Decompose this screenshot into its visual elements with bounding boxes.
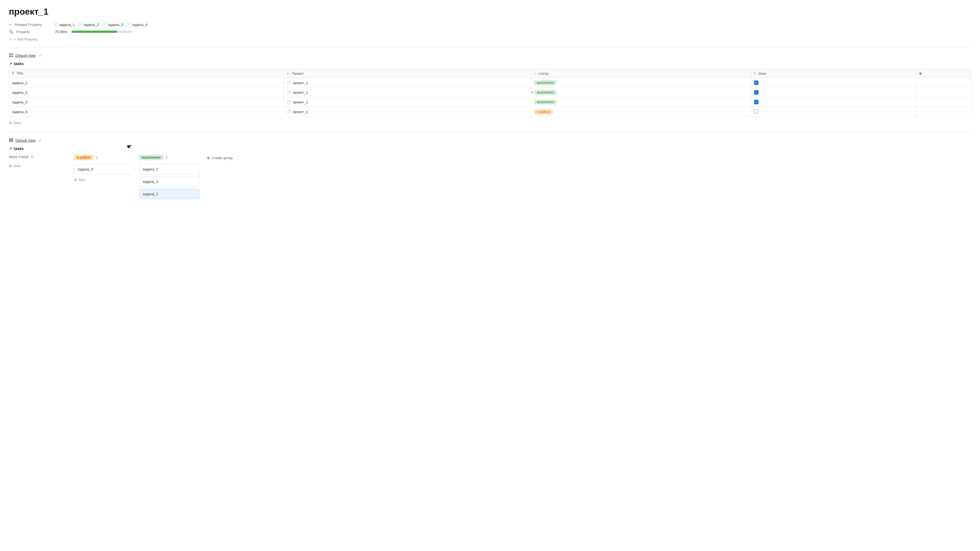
task-done-cell[interactable]	[751, 107, 916, 117]
add-property-button[interactable]: ＋ + Add Property	[9, 37, 971, 42]
task-done-cell[interactable]: ✓	[751, 97, 916, 107]
create-group-icon: ⊕	[207, 156, 210, 160]
svg-rect-5	[11, 138, 11, 142]
status-badge-done: выполнено	[534, 90, 557, 95]
related-item-label-2: задача_2	[83, 22, 99, 27]
project-name: проект_1	[293, 91, 308, 95]
table-row: задача_2 Open 📄 проект_1 ▼ выполнено ✓	[9, 88, 971, 97]
task-status-cell: выполнено	[531, 88, 751, 97]
kanban-new-button-wip[interactable]: ⊕ New	[74, 176, 135, 183]
kanban-column-done: выполнено 3 задача_2 задача_3 задача_1	[139, 154, 200, 201]
doc-icon-2: 📄	[78, 22, 82, 27]
svg-rect-0	[9, 53, 11, 55]
kanban-column-create: ⊕ Create group	[204, 154, 248, 165]
task-project-cell: 📄 проект_1 ▼	[284, 88, 531, 97]
view2-container: Default View + ↗ tasks None статус 0 ⊕ N…	[9, 138, 971, 201]
related-item-3[interactable]: 📄 задача_3	[102, 22, 123, 27]
table-new-button[interactable]: ⊕ New	[9, 119, 971, 127]
kanban-badge-wip: в работе	[74, 155, 94, 160]
checkbox-checked[interactable]: ✓	[754, 100, 759, 104]
task-title-cell: задача_2 Open	[9, 88, 284, 97]
checkbox-unchecked[interactable]	[754, 109, 759, 114]
th-add-col[interactable]: ⊕	[916, 69, 971, 78]
divider-2	[9, 132, 971, 132]
task-project-cell: 📄 проект_1	[284, 78, 531, 88]
svg-rect-1	[11, 53, 13, 55]
th-title: 𝐓 Title	[9, 69, 284, 78]
kanban-card-zadacha3[interactable]: задача_3	[139, 176, 200, 187]
task-title-cell: задача_4	[9, 107, 284, 117]
create-group-label: Create group	[212, 156, 232, 160]
new-plus-icon: ⊕	[9, 121, 12, 125]
kanban-column-none: None статус 0 ⊕ New	[9, 154, 70, 169]
search-icon: 🔍	[9, 30, 14, 34]
kanban-wip-count: 1	[96, 156, 98, 160]
related-item-label-4: задача_4	[132, 22, 148, 27]
svg-rect-4	[9, 138, 10, 142]
progress-bar-bg	[72, 30, 132, 33]
related-property-row: ↩ Related Property 📄 задача_1 📄 задача_2…	[9, 22, 971, 27]
kanban-header-none: None статус 0	[9, 154, 70, 160]
project-name: проект_1	[293, 100, 308, 104]
task-name: задача_2	[12, 91, 27, 95]
task-extra-cell	[916, 78, 971, 88]
add-property-label: + Add Property	[14, 37, 38, 41]
project-name: проект_1	[293, 110, 308, 114]
task-title-cell: задача_1	[9, 78, 284, 88]
th-status-icon: ○	[534, 71, 536, 76]
view2-tasks-label: tasks	[14, 146, 24, 151]
view2-add-button[interactable]: +	[39, 138, 41, 143]
plus-icon: ＋	[9, 37, 13, 42]
kanban-card-zadacha1[interactable]: задача_1	[139, 189, 200, 199]
view2-title[interactable]: Default View	[16, 138, 36, 143]
view1-section-label: ↗ tasks	[9, 62, 971, 66]
th-title-icon: 𝐓	[12, 71, 14, 75]
related-item-4[interactable]: 📄 задача_4	[127, 22, 148, 27]
related-item-2[interactable]: 📄 задача_2	[78, 22, 99, 27]
kanban-header-wip: в работе 1	[74, 154, 135, 161]
kanban-card-zadacha4[interactable]: задача_4	[74, 164, 135, 174]
kanban-none-count: 0	[31, 155, 33, 159]
progress-percentage: 75.00%	[55, 30, 69, 34]
task-extra-cell	[916, 88, 971, 97]
svg-rect-2	[9, 56, 11, 57]
related-item-label-3: задача_3	[108, 22, 123, 27]
th-done-icon: Σ	[754, 71, 756, 76]
svg-rect-6	[12, 138, 13, 142]
kanban-header-done: выполнено 3	[139, 154, 200, 161]
project-name: проект_1	[293, 81, 308, 85]
doc-icon-3: 📄	[102, 22, 107, 27]
related-item-1[interactable]: 📄 задача_1	[54, 22, 75, 27]
th-status-label: статус	[538, 71, 549, 76]
kanban-header-create: ⊕ Create group	[204, 154, 248, 162]
plus-icon-wip: ⊕	[74, 178, 77, 182]
checkbox-checked[interactable]: ✓	[754, 81, 759, 85]
task-extra-cell	[916, 107, 971, 117]
new-label: New	[14, 121, 21, 125]
divider-1	[9, 47, 971, 48]
related-icon: ↩	[9, 22, 12, 27]
view1-title[interactable]: Default View	[16, 54, 36, 58]
new-label-wip: New	[79, 178, 86, 182]
kanban-new-button-none[interactable]: ⊕ New	[9, 163, 70, 169]
task-done-cell[interactable]: ✓	[751, 78, 916, 88]
project-doc-icon: 📄	[287, 81, 291, 85]
kanban-none-label: None статус	[9, 155, 29, 159]
view1-tasks-label: tasks	[14, 62, 24, 66]
kanban-card-zadacha2[interactable]: задача_2	[139, 164, 200, 174]
view1-add-button[interactable]: +	[39, 53, 41, 58]
arrow-icon-1: ↗	[9, 62, 12, 66]
create-group-button[interactable]: ⊕ Create group	[204, 155, 235, 161]
task-done-cell[interactable]: ✓	[751, 88, 916, 97]
tasks-table: 𝐓 Title ↩ Проект ○ статус Σ done ⊕	[9, 69, 971, 117]
progress-property-row: 🔍 Property 75.00%	[9, 30, 971, 34]
kanban-column-wip: в работе 1 задача_4 ⊕ New	[74, 154, 135, 183]
progress-property-label: Property	[16, 30, 52, 34]
checkbox-checked[interactable]: ✓	[754, 90, 759, 95]
th-title-label: Title	[16, 71, 23, 75]
project-doc-icon: 📄	[287, 91, 291, 95]
status-badge-wip: в работе	[534, 110, 553, 114]
page-title: проект_1	[9, 6, 971, 17]
dropdown-arrow[interactable]: ▼	[531, 91, 534, 94]
project-doc-icon: 📄	[287, 100, 291, 104]
